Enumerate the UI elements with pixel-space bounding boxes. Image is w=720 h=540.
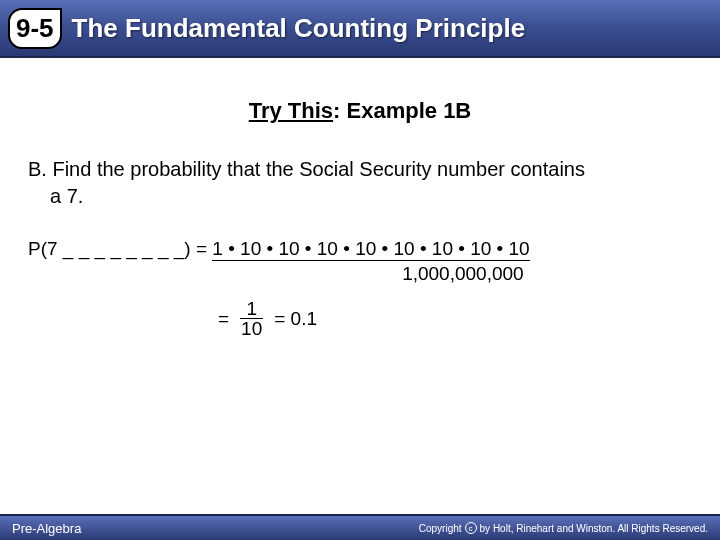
section-label-underlined: Try This xyxy=(249,98,333,123)
slide-header: 9-5 The Fundamental Counting Principle xyxy=(0,0,720,58)
equation-simplified: = 1 10 = 0.1 xyxy=(218,299,720,340)
equation-main: P(7 _ _ _ _ _ _ _ _) = 1 • 10 • 10 • 10 … xyxy=(28,238,692,285)
frac-prefix: = xyxy=(218,308,229,330)
copyright-text: by Holt, Rinehart and Winston. All Right… xyxy=(480,523,708,534)
lesson-number-badge: 9-5 xyxy=(8,8,62,49)
problem-line1: B. Find the probability that the Social … xyxy=(28,158,585,180)
section-title: Try This: Example 1B xyxy=(0,98,720,124)
equation-lhs: P(7 _ _ _ _ _ _ _ _) = xyxy=(28,238,212,259)
problem-statement: B. Find the probability that the Social … xyxy=(28,156,692,210)
fraction: 1 10 xyxy=(235,299,268,340)
frac-suffix: = 0.1 xyxy=(274,308,317,330)
footer-course: Pre-Algebra xyxy=(12,521,81,536)
problem-line2: a 7. xyxy=(28,183,692,210)
section-label-rest: : Example 1B xyxy=(333,98,471,123)
lesson-title: The Fundamental Counting Principle xyxy=(72,13,526,44)
copyright-prefix: Copyright xyxy=(419,523,462,534)
slide-footer: Pre-Algebra Copyright c by Holt, Rinehar… xyxy=(0,514,720,540)
copyright-icon: c xyxy=(465,522,477,534)
fraction-numerator: 1 xyxy=(240,299,263,319)
equation-numerator: 1 • 10 • 10 • 10 • 10 • 10 • 10 • 10 • 1… xyxy=(212,238,529,261)
footer-copyright: Copyright c by Holt, Rinehart and Winsto… xyxy=(419,522,708,534)
fraction-denominator: 10 xyxy=(235,319,268,340)
equation-denominator: 1,000,000,000 xyxy=(212,263,529,285)
